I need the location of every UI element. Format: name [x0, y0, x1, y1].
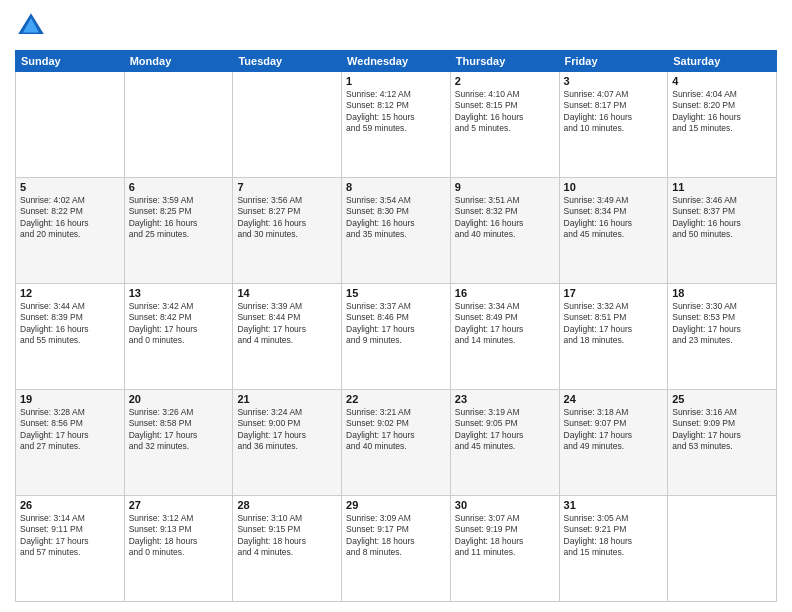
calendar-cell: 22Sunrise: 3:21 AM Sunset: 9:02 PM Dayli…	[342, 390, 451, 496]
day-number: 1	[346, 75, 446, 87]
day-number: 24	[564, 393, 664, 405]
day-info: Sunrise: 4:10 AM Sunset: 8:15 PM Dayligh…	[455, 89, 555, 135]
day-info: Sunrise: 3:09 AM Sunset: 9:17 PM Dayligh…	[346, 513, 446, 559]
calendar-cell: 31Sunrise: 3:05 AM Sunset: 9:21 PM Dayli…	[559, 496, 668, 602]
day-info: Sunrise: 3:16 AM Sunset: 9:09 PM Dayligh…	[672, 407, 772, 453]
calendar-cell: 30Sunrise: 3:07 AM Sunset: 9:19 PM Dayli…	[450, 496, 559, 602]
day-number: 6	[129, 181, 229, 193]
day-number: 30	[455, 499, 555, 511]
day-number: 11	[672, 181, 772, 193]
calendar-cell: 11Sunrise: 3:46 AM Sunset: 8:37 PM Dayli…	[668, 178, 777, 284]
day-info: Sunrise: 3:49 AM Sunset: 8:34 PM Dayligh…	[564, 195, 664, 241]
calendar-cell: 17Sunrise: 3:32 AM Sunset: 8:51 PM Dayli…	[559, 284, 668, 390]
day-info: Sunrise: 3:14 AM Sunset: 9:11 PM Dayligh…	[20, 513, 120, 559]
day-number: 14	[237, 287, 337, 299]
calendar-cell: 7Sunrise: 3:56 AM Sunset: 8:27 PM Daylig…	[233, 178, 342, 284]
day-number: 22	[346, 393, 446, 405]
day-info: Sunrise: 3:28 AM Sunset: 8:56 PM Dayligh…	[20, 407, 120, 453]
calendar-header-row: SundayMondayTuesdayWednesdayThursdayFrid…	[16, 51, 777, 72]
calendar-cell: 8Sunrise: 3:54 AM Sunset: 8:30 PM Daylig…	[342, 178, 451, 284]
day-info: Sunrise: 3:26 AM Sunset: 8:58 PM Dayligh…	[129, 407, 229, 453]
calendar-week-row: 5Sunrise: 4:02 AM Sunset: 8:22 PM Daylig…	[16, 178, 777, 284]
day-info: Sunrise: 3:32 AM Sunset: 8:51 PM Dayligh…	[564, 301, 664, 347]
day-of-week-header: Friday	[559, 51, 668, 72]
day-of-week-header: Wednesday	[342, 51, 451, 72]
day-of-week-header: Thursday	[450, 51, 559, 72]
calendar-cell: 27Sunrise: 3:12 AM Sunset: 9:13 PM Dayli…	[124, 496, 233, 602]
day-number: 12	[20, 287, 120, 299]
day-number: 2	[455, 75, 555, 87]
day-number: 15	[346, 287, 446, 299]
calendar-cell: 25Sunrise: 3:16 AM Sunset: 9:09 PM Dayli…	[668, 390, 777, 496]
day-number: 13	[129, 287, 229, 299]
day-info: Sunrise: 3:56 AM Sunset: 8:27 PM Dayligh…	[237, 195, 337, 241]
header	[15, 10, 777, 42]
day-number: 3	[564, 75, 664, 87]
calendar-cell: 2Sunrise: 4:10 AM Sunset: 8:15 PM Daylig…	[450, 72, 559, 178]
calendar-cell	[668, 496, 777, 602]
calendar-cell: 19Sunrise: 3:28 AM Sunset: 8:56 PM Dayli…	[16, 390, 125, 496]
calendar-cell: 21Sunrise: 3:24 AM Sunset: 9:00 PM Dayli…	[233, 390, 342, 496]
day-number: 7	[237, 181, 337, 193]
calendar-cell: 13Sunrise: 3:42 AM Sunset: 8:42 PM Dayli…	[124, 284, 233, 390]
day-number: 5	[20, 181, 120, 193]
calendar-cell: 9Sunrise: 3:51 AM Sunset: 8:32 PM Daylig…	[450, 178, 559, 284]
day-number: 9	[455, 181, 555, 193]
day-of-week-header: Sunday	[16, 51, 125, 72]
logo	[15, 10, 51, 42]
day-info: Sunrise: 3:34 AM Sunset: 8:49 PM Dayligh…	[455, 301, 555, 347]
day-info: Sunrise: 3:37 AM Sunset: 8:46 PM Dayligh…	[346, 301, 446, 347]
day-info: Sunrise: 3:18 AM Sunset: 9:07 PM Dayligh…	[564, 407, 664, 453]
day-number: 10	[564, 181, 664, 193]
calendar-week-row: 26Sunrise: 3:14 AM Sunset: 9:11 PM Dayli…	[16, 496, 777, 602]
calendar-cell: 14Sunrise: 3:39 AM Sunset: 8:44 PM Dayli…	[233, 284, 342, 390]
day-number: 8	[346, 181, 446, 193]
calendar-cell: 3Sunrise: 4:07 AM Sunset: 8:17 PM Daylig…	[559, 72, 668, 178]
calendar-cell: 5Sunrise: 4:02 AM Sunset: 8:22 PM Daylig…	[16, 178, 125, 284]
day-info: Sunrise: 3:59 AM Sunset: 8:25 PM Dayligh…	[129, 195, 229, 241]
calendar-cell: 26Sunrise: 3:14 AM Sunset: 9:11 PM Dayli…	[16, 496, 125, 602]
day-info: Sunrise: 3:19 AM Sunset: 9:05 PM Dayligh…	[455, 407, 555, 453]
calendar-week-row: 1Sunrise: 4:12 AM Sunset: 8:12 PM Daylig…	[16, 72, 777, 178]
logo-icon	[15, 10, 47, 42]
day-info: Sunrise: 3:39 AM Sunset: 8:44 PM Dayligh…	[237, 301, 337, 347]
day-number: 31	[564, 499, 664, 511]
page: SundayMondayTuesdayWednesdayThursdayFrid…	[0, 0, 792, 612]
calendar-cell: 20Sunrise: 3:26 AM Sunset: 8:58 PM Dayli…	[124, 390, 233, 496]
day-number: 21	[237, 393, 337, 405]
calendar-cell	[124, 72, 233, 178]
day-info: Sunrise: 4:12 AM Sunset: 8:12 PM Dayligh…	[346, 89, 446, 135]
calendar-week-row: 19Sunrise: 3:28 AM Sunset: 8:56 PM Dayli…	[16, 390, 777, 496]
day-info: Sunrise: 3:10 AM Sunset: 9:15 PM Dayligh…	[237, 513, 337, 559]
day-number: 23	[455, 393, 555, 405]
calendar-cell: 18Sunrise: 3:30 AM Sunset: 8:53 PM Dayli…	[668, 284, 777, 390]
day-info: Sunrise: 3:46 AM Sunset: 8:37 PM Dayligh…	[672, 195, 772, 241]
day-number: 25	[672, 393, 772, 405]
calendar-cell: 16Sunrise: 3:34 AM Sunset: 8:49 PM Dayli…	[450, 284, 559, 390]
day-info: Sunrise: 3:24 AM Sunset: 9:00 PM Dayligh…	[237, 407, 337, 453]
day-of-week-header: Monday	[124, 51, 233, 72]
day-number: 17	[564, 287, 664, 299]
day-info: Sunrise: 3:51 AM Sunset: 8:32 PM Dayligh…	[455, 195, 555, 241]
day-info: Sunrise: 3:07 AM Sunset: 9:19 PM Dayligh…	[455, 513, 555, 559]
calendar-cell: 4Sunrise: 4:04 AM Sunset: 8:20 PM Daylig…	[668, 72, 777, 178]
day-info: Sunrise: 3:12 AM Sunset: 9:13 PM Dayligh…	[129, 513, 229, 559]
day-info: Sunrise: 3:05 AM Sunset: 9:21 PM Dayligh…	[564, 513, 664, 559]
calendar-cell	[16, 72, 125, 178]
day-info: Sunrise: 3:30 AM Sunset: 8:53 PM Dayligh…	[672, 301, 772, 347]
calendar-cell: 15Sunrise: 3:37 AM Sunset: 8:46 PM Dayli…	[342, 284, 451, 390]
day-number: 26	[20, 499, 120, 511]
day-number: 16	[455, 287, 555, 299]
day-of-week-header: Saturday	[668, 51, 777, 72]
calendar-cell: 6Sunrise: 3:59 AM Sunset: 8:25 PM Daylig…	[124, 178, 233, 284]
day-of-week-header: Tuesday	[233, 51, 342, 72]
calendar-cell: 28Sunrise: 3:10 AM Sunset: 9:15 PM Dayli…	[233, 496, 342, 602]
day-number: 18	[672, 287, 772, 299]
calendar-cell	[233, 72, 342, 178]
day-info: Sunrise: 3:44 AM Sunset: 8:39 PM Dayligh…	[20, 301, 120, 347]
day-info: Sunrise: 4:07 AM Sunset: 8:17 PM Dayligh…	[564, 89, 664, 135]
calendar-cell: 1Sunrise: 4:12 AM Sunset: 8:12 PM Daylig…	[342, 72, 451, 178]
day-number: 4	[672, 75, 772, 87]
day-info: Sunrise: 4:02 AM Sunset: 8:22 PM Dayligh…	[20, 195, 120, 241]
calendar-cell: 10Sunrise: 3:49 AM Sunset: 8:34 PM Dayli…	[559, 178, 668, 284]
